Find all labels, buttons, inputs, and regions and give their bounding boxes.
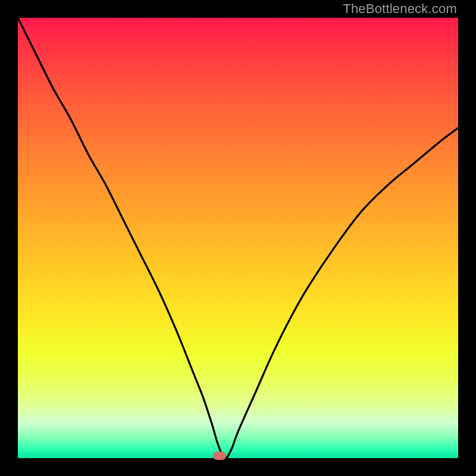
outer-frame: TheBottleneck.com <box>0 0 476 476</box>
bottleneck-curve <box>18 18 458 458</box>
optimal-marker <box>213 452 226 460</box>
watermark-text: TheBottleneck.com <box>343 1 457 17</box>
curve-layer <box>18 18 458 458</box>
plot-area <box>18 18 458 458</box>
